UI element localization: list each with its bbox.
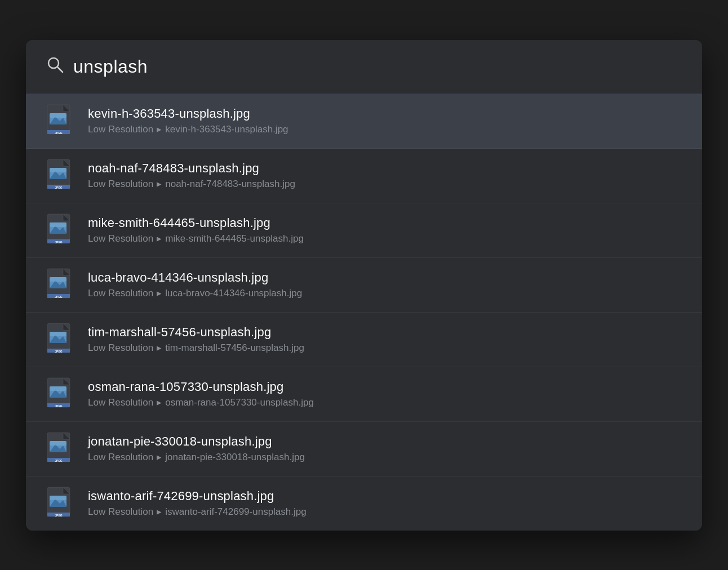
separator-icon: ▸ bbox=[157, 287, 162, 299]
file-icon: JPEG bbox=[46, 104, 76, 138]
separator-icon: ▸ bbox=[157, 123, 162, 135]
result-category: Low Resolution bbox=[88, 452, 153, 463]
svg-rect-11 bbox=[50, 168, 66, 172]
result-filename: jonatan-pie-330018-unsplash.jpg bbox=[165, 452, 305, 463]
search-bar bbox=[26, 40, 702, 94]
result-category: Low Resolution bbox=[88, 233, 153, 244]
result-title: iswanto-arif-742699-unsplash.jpg bbox=[88, 489, 307, 504]
list-item[interactable]: JPEG tim-marshall-57456-unsplash.jpgLow … bbox=[26, 313, 702, 367]
svg-rect-23 bbox=[50, 277, 66, 282]
result-category: Low Resolution bbox=[88, 124, 153, 135]
file-icon: JPEG bbox=[46, 487, 76, 520]
list-item[interactable]: JPEG osman-rana-1057330-unsplash.jpgLow … bbox=[26, 367, 702, 422]
file-icon: JPEG bbox=[46, 323, 76, 357]
separator-icon: ▸ bbox=[157, 397, 162, 408]
list-item[interactable]: JPEG jonatan-pie-330018-unsplash.jpgLow … bbox=[26, 422, 702, 477]
svg-rect-5 bbox=[50, 113, 66, 118]
result-title: luca-bravo-414346-unsplash.jpg bbox=[88, 270, 302, 285]
result-filename: kevin-h-363543-unsplash.jpg bbox=[165, 124, 288, 135]
search-icon bbox=[46, 56, 64, 78]
result-filename: noah-naf-748483-unsplash.jpg bbox=[165, 179, 295, 190]
file-icon: JPEG bbox=[46, 213, 76, 247]
result-subtitle: Low Resolution ▸ osman-rana-1057330-unsp… bbox=[88, 397, 314, 408]
result-title: tim-marshall-57456-unsplash.jpg bbox=[88, 325, 304, 340]
result-title: osman-rana-1057330-unsplash.jpg bbox=[88, 380, 314, 394]
result-filename: osman-rana-1057330-unsplash.jpg bbox=[165, 397, 314, 408]
result-subtitle: Low Resolution ▸ noah-naf-748483-unsplas… bbox=[88, 178, 295, 190]
file-icon: JPEG bbox=[46, 377, 76, 411]
svg-line-1 bbox=[57, 67, 63, 72]
result-title: kevin-h-363543-unsplash.jpg bbox=[88, 106, 288, 121]
separator-icon: ▸ bbox=[157, 506, 162, 518]
svg-text:JPEG: JPEG bbox=[55, 185, 62, 189]
result-category: Low Resolution bbox=[88, 397, 153, 408]
list-item[interactable]: JPEG luca-bravo-414346-unsplash.jpgLow R… bbox=[26, 258, 702, 313]
result-subtitle: Low Resolution ▸ tim-marshall-57456-unsp… bbox=[88, 342, 304, 354]
file-icon: JPEG bbox=[46, 159, 76, 193]
list-item[interactable]: JPEG noah-naf-748483-unsplash.jpgLow Res… bbox=[26, 149, 702, 203]
result-filename: mike-smith-644465-unsplash.jpg bbox=[165, 233, 304, 244]
list-item[interactable]: JPEG mike-smith-644465-unsplash.jpgLow R… bbox=[26, 203, 702, 258]
search-window: JPEG kevin-h-363543-unsplash.jpgLow Reso… bbox=[26, 40, 702, 531]
result-subtitle: Low Resolution ▸ kevin-h-363543-unsplash… bbox=[88, 123, 288, 135]
separator-icon: ▸ bbox=[157, 451, 162, 463]
svg-rect-41 bbox=[50, 441, 66, 446]
svg-rect-17 bbox=[50, 222, 66, 227]
svg-text:JPEG: JPEG bbox=[55, 131, 62, 134]
svg-text:JPEG: JPEG bbox=[55, 458, 62, 462]
separator-icon: ▸ bbox=[157, 233, 162, 244]
separator-icon: ▸ bbox=[157, 178, 162, 190]
result-filename: luca-bravo-414346-unsplash.jpg bbox=[165, 288, 302, 299]
svg-text:JPEG: JPEG bbox=[55, 240, 62, 243]
file-icon: JPEG bbox=[46, 268, 76, 302]
svg-text:JPEG: JPEG bbox=[55, 513, 62, 516]
result-title: jonatan-pie-330018-unsplash.jpg bbox=[88, 434, 305, 449]
result-subtitle: Low Resolution ▸ luca-bravo-414346-unspl… bbox=[88, 287, 302, 299]
result-category: Low Resolution bbox=[88, 506, 153, 518]
file-icon: JPEG bbox=[46, 432, 76, 466]
svg-rect-47 bbox=[50, 496, 66, 500]
result-category: Low Resolution bbox=[88, 288, 153, 299]
svg-text:JPEG: JPEG bbox=[55, 404, 62, 407]
svg-text:JPEG: JPEG bbox=[55, 295, 62, 298]
list-item[interactable]: JPEG iswanto-arif-742699-unsplash.jpgLow… bbox=[26, 477, 702, 531]
result-subtitle: Low Resolution ▸ mike-smith-644465-unspl… bbox=[88, 233, 304, 244]
result-title: mike-smith-644465-unsplash.jpg bbox=[88, 216, 304, 230]
svg-rect-29 bbox=[50, 332, 66, 336]
result-category: Low Resolution bbox=[88, 179, 153, 190]
result-filename: iswanto-arif-742699-unsplash.jpg bbox=[165, 506, 306, 518]
result-title: noah-naf-748483-unsplash.jpg bbox=[88, 161, 295, 176]
result-category: Low Resolution bbox=[88, 342, 153, 354]
separator-icon: ▸ bbox=[157, 342, 162, 354]
list-item[interactable]: JPEG kevin-h-363543-unsplash.jpgLow Reso… bbox=[26, 94, 702, 149]
result-subtitle: Low Resolution ▸ iswanto-arif-742699-uns… bbox=[88, 506, 307, 518]
result-filename: tim-marshall-57456-unsplash.jpg bbox=[165, 342, 304, 354]
search-input[interactable] bbox=[73, 56, 682, 77]
svg-text:JPEG: JPEG bbox=[55, 349, 62, 353]
svg-rect-35 bbox=[50, 386, 66, 391]
result-subtitle: Low Resolution ▸ jonatan-pie-330018-unsp… bbox=[88, 451, 305, 463]
results-list: JPEG kevin-h-363543-unsplash.jpgLow Reso… bbox=[26, 94, 702, 531]
